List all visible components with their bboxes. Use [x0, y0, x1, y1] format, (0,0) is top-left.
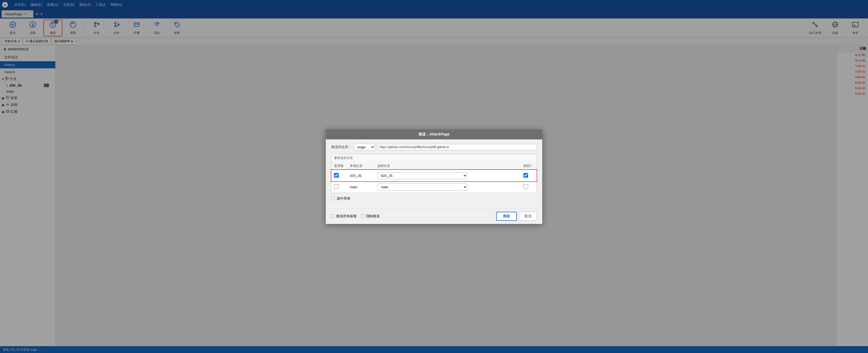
branch-table: 是否推 本地分支 远程分支 跟踪? i — [331, 162, 537, 193]
dialog-title: 推送：AttackPage — [326, 129, 542, 139]
dialog-body: 推送到仓库： origin 要推送的分支 是否推 本地分支 远程分支 跟踪? — [326, 139, 542, 208]
ios-js-local-label: iOS_JS — [350, 174, 362, 178]
ios-js-remote-cell: iOS_JS — [375, 170, 521, 181]
select-all-row: 选中所有 — [331, 196, 537, 201]
main-remote-cell: main — [375, 181, 521, 193]
push-confirm-button[interactable]: 推送 — [496, 212, 517, 221]
dialog-footer: 推送所有标签 强制推送 推送 取消 — [326, 208, 542, 224]
repo-url-input[interactable] — [377, 144, 537, 150]
repo-select[interactable]: origin — [354, 144, 375, 151]
push-all-tags-item: 推送所有标签 — [331, 214, 357, 219]
select-all-checkbox[interactable] — [331, 197, 335, 200]
push-dialog: 推送：AttackPage 推送到仓库： origin 要推送的分支 是否推 — [326, 129, 542, 224]
col-local-header: 本地分支 — [347, 162, 375, 170]
main-local-cell: main — [347, 181, 375, 193]
main-track-cell — [521, 181, 537, 193]
select-all-label: 选中所有 — [337, 196, 350, 201]
cancel-button[interactable]: 取消 — [519, 212, 537, 221]
col-remote-header: 远程分支 — [375, 162, 521, 170]
main-track-checkbox[interactable] — [523, 184, 528, 189]
modal-overlay: 推送：AttackPage 推送到仓库： origin 要推送的分支 是否推 — [0, 0, 868, 353]
force-push-checkbox[interactable] — [361, 214, 365, 218]
ios-js-check-cell — [331, 170, 347, 181]
repo-row: 推送到仓库： origin — [331, 144, 537, 151]
branch-row-main: main main — [331, 181, 537, 193]
col-track-header: 跟踪? — [521, 162, 537, 170]
push-all-tags-checkbox[interactable] — [331, 214, 335, 218]
repo-label: 推送到仓库： — [331, 145, 352, 149]
main-check-cell — [331, 181, 347, 193]
main-local-label: main — [350, 185, 357, 189]
branch-section: 要推送的分支 是否推 本地分支 远程分支 跟踪? — [331, 154, 537, 193]
push-all-tags-label: 推送所有标签 — [336, 214, 357, 219]
ios-js-remote-select[interactable]: iOS_JS — [377, 172, 467, 179]
main-remote-select[interactable]: main — [377, 183, 467, 190]
footer-checkboxes: 推送所有标签 强制推送 — [331, 214, 492, 219]
col-push-header: 是否推 — [331, 162, 347, 170]
ios-js-track-checkbox[interactable] — [523, 173, 528, 178]
ios-js-checkbox[interactable] — [334, 173, 339, 178]
main-checkbox[interactable] — [334, 184, 339, 189]
force-push-label: 强制推送 — [366, 214, 380, 219]
ios-js-local-cell: iOS_JS — [347, 170, 375, 181]
footer-buttons: 推送 取消 — [496, 212, 537, 221]
branch-section-title: 要推送的分支 — [331, 154, 537, 162]
branch-row-ios-js: iOS_JS iOS_JS — [331, 170, 537, 181]
ios-js-track-cell — [521, 170, 537, 181]
force-push-item: 强制推送 — [361, 214, 380, 219]
